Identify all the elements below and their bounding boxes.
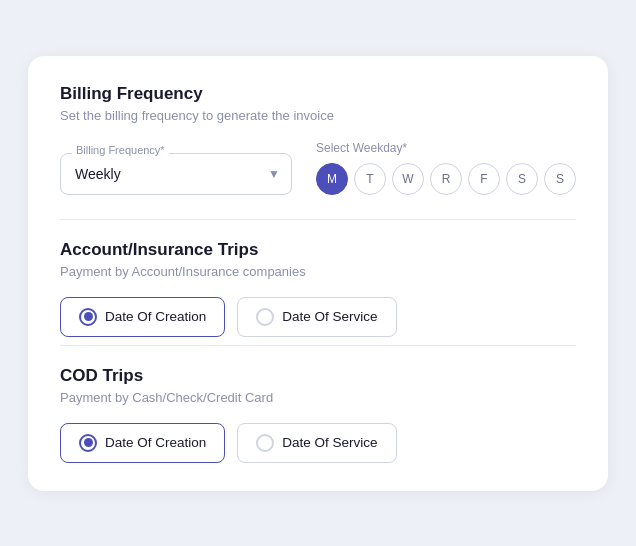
cod-creation-label: Date Of Creation: [105, 435, 206, 450]
account-radio-group: Date Of Creation Date Of Service: [60, 297, 576, 337]
weekday-btn-R[interactable]: R: [430, 163, 462, 195]
cod-section: COD Trips Payment by Cash/Check/Credit C…: [60, 366, 576, 463]
billing-card: Billing Frequency Set the billing freque…: [28, 56, 608, 491]
weekday-btn-T1[interactable]: T: [354, 163, 386, 195]
divider-2: [60, 345, 576, 346]
account-date-of-creation-btn[interactable]: Date Of Creation: [60, 297, 225, 337]
frequency-select-label: Billing Frequency*: [72, 144, 169, 156]
weekday-btn-S2[interactable]: S: [544, 163, 576, 195]
frequency-select[interactable]: Weekly Daily Monthly: [60, 153, 292, 195]
account-creation-label: Date Of Creation: [105, 309, 206, 324]
account-date-of-service-btn[interactable]: Date Of Service: [237, 297, 397, 337]
account-section-subtitle: Payment by Account/Insurance companies: [60, 264, 576, 279]
account-creation-radio-circle: [79, 308, 97, 326]
cod-date-of-creation-btn[interactable]: Date Of Creation: [60, 423, 225, 463]
weekday-label: Select Weekday*: [316, 141, 576, 155]
cod-radio-group: Date Of Creation Date Of Service: [60, 423, 576, 463]
cod-section-subtitle: Payment by Cash/Check/Credit Card: [60, 390, 576, 405]
cod-service-label: Date Of Service: [282, 435, 377, 450]
billing-controls-row: Billing Frequency* Weekly Daily Monthly …: [60, 141, 576, 195]
billing-frequency-section: Billing Frequency Set the billing freque…: [60, 84, 576, 195]
weekday-btn-W[interactable]: W: [392, 163, 424, 195]
cod-service-radio-circle: [256, 434, 274, 452]
account-section-title: Account/Insurance Trips: [60, 240, 576, 260]
weekday-buttons: M T W R F S S: [316, 163, 576, 195]
account-service-radio-circle: [256, 308, 274, 326]
weekday-group: Select Weekday* M T W R F S S: [316, 141, 576, 195]
cod-section-title: COD Trips: [60, 366, 576, 386]
billing-frequency-subtitle: Set the billing frequency to generate th…: [60, 108, 576, 123]
billing-frequency-title: Billing Frequency: [60, 84, 576, 104]
frequency-select-wrapper: Billing Frequency* Weekly Daily Monthly …: [60, 153, 292, 195]
account-insurance-section: Account/Insurance Trips Payment by Accou…: [60, 240, 576, 337]
weekday-btn-M[interactable]: M: [316, 163, 348, 195]
account-service-label: Date Of Service: [282, 309, 377, 324]
divider-1: [60, 219, 576, 220]
cod-creation-radio-circle: [79, 434, 97, 452]
weekday-btn-F[interactable]: F: [468, 163, 500, 195]
cod-date-of-service-btn[interactable]: Date Of Service: [237, 423, 397, 463]
weekday-btn-S1[interactable]: S: [506, 163, 538, 195]
